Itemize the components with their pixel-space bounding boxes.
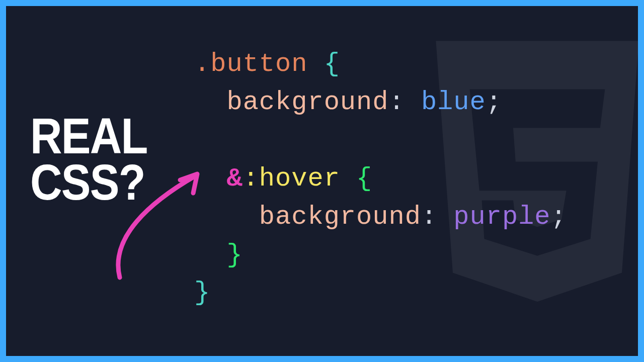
colon-2: : [421,202,437,232]
brace-close-outer: } [194,278,210,308]
semicolon-1: ; [486,87,502,117]
code-value-2: purple [453,202,550,232]
code-ampersand: & [226,164,243,194]
code-block: .button { background: blue; &:hover { ba… [194,45,567,312]
brace-close-inner: } [226,240,243,270]
headline-line-2: CSS? [30,159,147,205]
code-pseudo: :hover [243,164,340,194]
colon-1: : [388,87,405,117]
headline-line-1: REAL [30,113,147,159]
thumbnail-frame: REAL CSS? .button { background: blue; &:… [6,6,638,356]
brace-open-inner: { [356,164,372,194]
code-selector: .button [194,49,307,79]
code-prop-1: background [226,87,388,117]
semicolon-2: ; [551,202,567,232]
headline-text: REAL CSS? [30,113,147,205]
code-value-1: blue [421,87,486,117]
brace-open-outer: { [324,49,340,79]
code-prop-2: background [259,202,421,232]
